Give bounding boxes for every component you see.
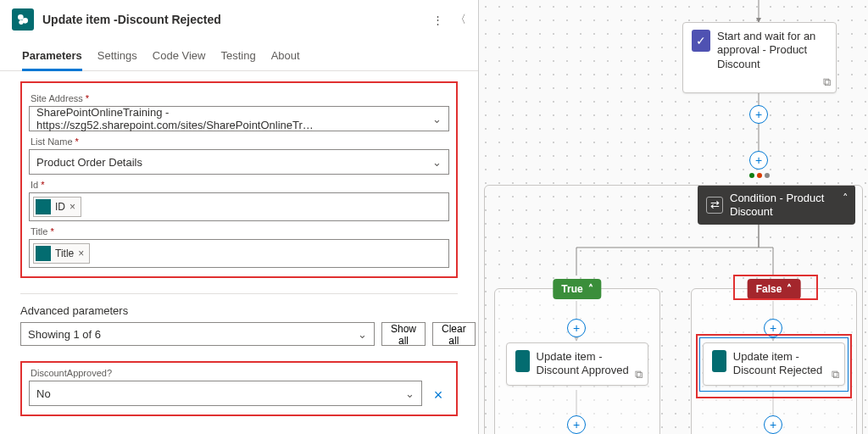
list-name-select[interactable]: Product Order Details ⌄ — [29, 149, 449, 175]
title-token[interactable]: Title × — [33, 243, 90, 264]
more-icon[interactable]: ⋮ — [432, 14, 443, 26]
remove-token-icon[interactable]: × — [70, 201, 75, 213]
chevron-down-icon: ⌄ — [358, 328, 367, 341]
approval-card-title: Start and wait for an approval - Product… — [717, 30, 827, 71]
sharepoint-icon — [12, 8, 34, 31]
chevron-down-icon: ⌄ — [432, 156, 442, 169]
list-name-value: Product Order Details — [36, 156, 142, 169]
status-dots — [749, 173, 770, 178]
site-address-select[interactable]: SharePointOnlineTraining - https://szg52… — [29, 106, 449, 131]
true-action-card[interactable]: Update item - Discount Approved ⧉ — [506, 342, 648, 386]
collapse-icon[interactable]: 〈 — [455, 12, 466, 27]
chevron-up-icon: ˄ — [588, 283, 593, 295]
show-all-button[interactable]: Show all — [381, 322, 426, 346]
tabs: Parameters Settings Code View Testing Ab… — [0, 42, 478, 71]
false-header[interactable]: False ˄ — [748, 279, 801, 299]
site-address-value: SharePointOnlineTraining - https://szg52… — [36, 106, 432, 131]
add-step-button[interactable]: + — [764, 319, 782, 337]
site-address-label: Site Address * — [31, 93, 449, 103]
main-params-highlight: Site Address * SharePointOnlineTraining … — [20, 81, 458, 278]
sharepoint-icon — [36, 199, 51, 214]
true-card-title: Update item - Discount Approved — [537, 350, 639, 378]
add-step-button[interactable]: + — [567, 415, 586, 434]
sharepoint-icon — [36, 246, 51, 261]
panel-header: Update item -Discount Rejected ⋮ 〈 — [0, 0, 478, 42]
tab-parameters[interactable]: Parameters — [22, 42, 82, 70]
advanced-showing-select[interactable]: Showing 1 of 6 ⌄ — [20, 322, 375, 346]
panel-title: Update item -Discount Rejected — [42, 13, 424, 26]
advanced-row: Showing 1 of 6 ⌄ Show all Clear all — [20, 322, 458, 346]
id-input[interactable]: ID × — [29, 192, 449, 221]
list-name-label: List Name * — [31, 136, 449, 147]
discount-highlight: DiscountApproved? No ⌄ × — [20, 361, 458, 416]
approvals-icon: ✓ — [692, 30, 710, 52]
add-step-button[interactable]: + — [567, 319, 586, 337]
remove-token-icon[interactable]: × — [78, 248, 84, 259]
advanced-heading: Advanced parameters — [20, 304, 458, 317]
panel-body: Site Address * SharePointOnlineTraining … — [0, 71, 478, 431]
tab-settings[interactable]: Settings — [97, 42, 137, 70]
approval-card[interactable]: ✓ Start and wait for an approval - Produ… — [682, 22, 837, 93]
id-token[interactable]: ID × — [33, 197, 81, 217]
link-icon: ⧉ — [635, 368, 643, 381]
add-step-button[interactable]: + — [764, 415, 782, 434]
chevron-down-icon: ⌄ — [405, 387, 415, 400]
tab-testing[interactable]: Testing — [220, 42, 255, 70]
sharepoint-icon — [515, 350, 530, 372]
true-header[interactable]: True ˄ — [553, 279, 601, 299]
svg-point-0 — [18, 14, 24, 20]
chevron-up-icon: ˄ — [787, 283, 792, 295]
discount-value: No — [36, 387, 51, 400]
clear-all-button[interactable]: Clear all — [432, 322, 476, 346]
properties-panel: Update item -Discount Rejected ⋮ 〈 Param… — [0, 0, 479, 434]
discount-label: DiscountApproved? — [31, 368, 449, 378]
clear-discount-button[interactable]: × — [427, 384, 449, 406]
id-label: Id * — [31, 180, 449, 190]
divider — [20, 293, 458, 294]
title-input[interactable]: Title × — [29, 239, 449, 268]
title-label: Title * — [31, 226, 449, 236]
false-action-card[interactable]: Update item - Discount Rejected ⧉ — [703, 342, 845, 386]
advanced-showing-value: Showing 1 of 6 — [28, 328, 101, 341]
tab-about[interactable]: About — [271, 42, 300, 70]
chevron-down-icon: ⌄ — [432, 113, 442, 125]
discount-select[interactable]: No ⌄ — [29, 381, 422, 406]
flow-canvas[interactable]: ✓ Start and wait for an approval - Produ… — [479, 0, 868, 434]
add-step-button[interactable]: + — [749, 105, 768, 124]
false-card-title: Update item - Discount Rejected — [733, 350, 836, 378]
link-icon: ⧉ — [823, 75, 831, 89]
link-icon: ⧉ — [832, 368, 839, 381]
tab-codeview[interactable]: Code View — [153, 42, 206, 70]
svg-point-2 — [19, 20, 23, 25]
sharepoint-icon — [712, 350, 726, 372]
add-step-button[interactable]: + — [749, 151, 768, 170]
